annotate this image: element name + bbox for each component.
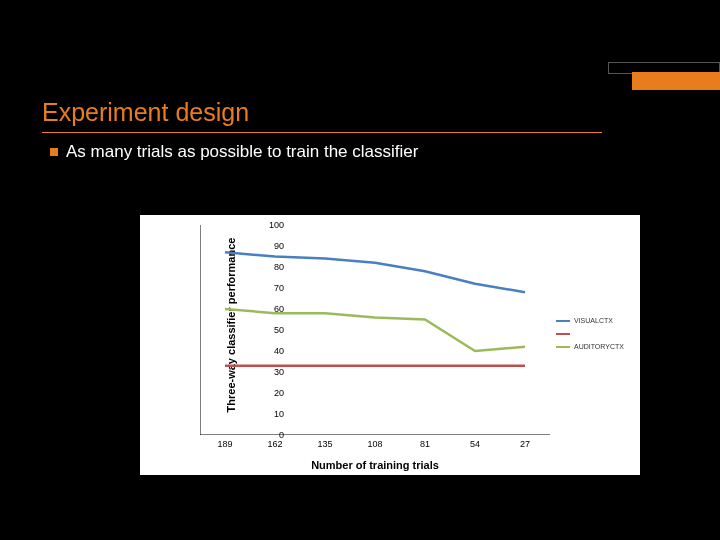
slide: Experiment design As many trials as poss… (0, 0, 720, 540)
legend-swatch (556, 346, 570, 348)
chart-ytick: 40 (274, 346, 284, 356)
chart-ytick: 100 (269, 220, 284, 230)
title-underline (42, 132, 602, 133)
legend-label: AUDITORYCTX (574, 341, 624, 352)
bullet-square-icon (50, 148, 58, 156)
chart-xtick: 81 (420, 439, 430, 449)
chart-xtick: 162 (267, 439, 282, 449)
chart-ytick: 10 (274, 409, 284, 419)
chart-xtick: 27 (520, 439, 530, 449)
chart-legend: VISUALCTX chance AUDITORYCTX (556, 315, 634, 355)
chart-ytick: 30 (274, 367, 284, 377)
accent-bar (632, 72, 720, 90)
legend-item: VISUALCTX (556, 315, 634, 326)
bullet-item: As many trials as possible to train the … (50, 142, 418, 162)
chart-xtick: 108 (367, 439, 382, 449)
legend-label: VISUALCTX (574, 315, 613, 326)
legend-item: AUDITORYCTX (556, 341, 634, 352)
legend-swatch (556, 320, 570, 322)
bullet-text: As many trials as possible to train the … (66, 142, 418, 162)
legend-item: chance (556, 328, 634, 339)
chart-ytick: 20 (274, 388, 284, 398)
chart-ytick: 80 (274, 262, 284, 272)
chart-svg (200, 225, 550, 435)
chart-ytick: 50 (274, 325, 284, 335)
chart-ytick: 90 (274, 241, 284, 251)
chart-container: Three-way classifier performance Number … (140, 215, 640, 475)
chart-xtick: 135 (317, 439, 332, 449)
chart-plot-area (200, 225, 550, 435)
chart-xtick: 189 (217, 439, 232, 449)
chart-ytick: 60 (274, 304, 284, 314)
chart-ytick: 70 (274, 283, 284, 293)
chart-xtick: 54 (470, 439, 480, 449)
chart-xlabel: Number of training trials (200, 459, 550, 471)
slide-title: Experiment design (42, 98, 249, 127)
legend-swatch (556, 333, 570, 335)
